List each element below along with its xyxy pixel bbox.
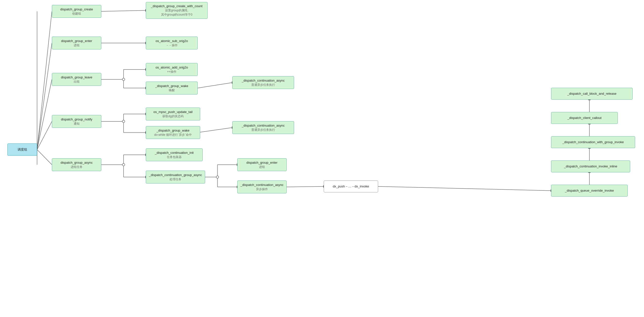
- node-notify: dispatch_group_notify 通知: [52, 115, 101, 128]
- node-root: 调度组: [8, 143, 37, 156]
- node-cont-group-async-title: _dispatch_continuation_group_async: [149, 173, 202, 177]
- node-leave-wake-title: _dispatch_group_wake: [155, 84, 188, 88]
- svg-line-4: [37, 150, 52, 165]
- node-enter-detail-sub: －－操作: [166, 43, 178, 48]
- node-client-callout: _dispatch_client_callout: [551, 112, 618, 124]
- node-leave-wake: _dispatch_group_wake 唤醒: [146, 82, 198, 95]
- node-notify-wake-title: _dispatch_group_wake: [156, 128, 190, 133]
- node-create-sub: 创建组: [72, 12, 81, 16]
- node-cont-async2: _dispatch_continuation_async 普通异步任务执行: [232, 121, 294, 134]
- svg-line-2: [37, 79, 52, 150]
- node-leave-add: os_atomic_add_orig2o ++操作: [146, 63, 198, 76]
- node-dx-push: dx_push－…－dx_invoke: [324, 180, 378, 192]
- node-queue-override: _dispatch_queue_override_invoke: [551, 185, 628, 197]
- node-leave-add-sub: ++操作: [167, 70, 176, 74]
- node-cont-async1: _dispatch_continuation_async 普通异步任务执行: [232, 76, 294, 89]
- node-group-enter2-title: dispatch_group_enter: [246, 160, 278, 165]
- svg-line-46: [287, 186, 324, 187]
- node-leave-add-title: os_atomic_add_orig2o: [156, 65, 188, 70]
- node-create: dispatch_group_create 创建组: [52, 5, 101, 18]
- node-cont-group-invoke: _dispatch_continuation_with_group_invoke: [551, 136, 635, 148]
- node-cont-init-sub: 任务包装器: [167, 155, 182, 159]
- svg-line-28: [198, 128, 232, 133]
- svg-line-3: [37, 121, 52, 150]
- node-group-async-title: dispatch_group_async: [60, 160, 93, 165]
- svg-point-10: [122, 78, 125, 81]
- node-group-enter2: dispatch_group_enter 进组: [237, 158, 287, 171]
- node-call-block-title: _dispatch_call_block_and_release: [568, 92, 616, 96]
- node-create-detail: _dispatch_group_create_with_count 设置grou…: [146, 2, 208, 19]
- node-cont-group-async-sub: 处理任务: [170, 177, 182, 181]
- node-group-enter2-sub: 进组: [259, 165, 265, 169]
- node-leave-wake-sub: 唤醒: [169, 88, 175, 93]
- node-leave: dispatch_group_leave 出组: [52, 73, 101, 86]
- node-root-label: 调度组: [18, 147, 27, 152]
- node-group-async: dispatch_group_async 进组任务: [52, 158, 101, 171]
- svg-line-48: [378, 186, 551, 191]
- svg-line-6: [101, 11, 146, 11]
- node-enter-title: dispatch_group_enter: [61, 39, 92, 43]
- svg-line-0: [37, 11, 52, 150]
- node-group-async-sub: 进组任务: [71, 165, 82, 169]
- node-enter-sub: 进组: [74, 43, 80, 48]
- node-notify-mpsc-sub: 获取dg的状态码: [162, 114, 183, 118]
- node-cont-async2-title: _dispatch_continuation_async: [242, 123, 285, 128]
- node-create-detail-title: _dispatch_group_create_with_count: [151, 4, 203, 9]
- node-notify-wake: _dispatch_group_wake do-while 循环进行`异步`命中: [146, 126, 200, 139]
- node-notify-sub: 通知: [74, 122, 80, 126]
- node-cont-async3: _dispatch_continuation_async 异步操作: [237, 180, 287, 193]
- node-notify-mpsc-title: os_mpsc_push_update_tail: [154, 110, 192, 114]
- node-cont-async1-title: _dispatch_continuation_async: [242, 78, 285, 83]
- node-notify-wake-sub: do-while 循环进行`异步`命中: [154, 133, 192, 137]
- node-notify-title: dispatch_group_notify: [61, 117, 92, 122]
- node-cont-init: _dispatch_continuation_init 任务包装器: [146, 148, 203, 161]
- node-call-block: _dispatch_call_block_and_release: [551, 88, 633, 100]
- node-enter-detail-title: os_atomic_sub_orig2o: [156, 39, 188, 43]
- svg-line-18: [198, 83, 232, 88]
- node-cont-async3-sub: 异步操作: [256, 187, 268, 191]
- svg-point-20: [122, 120, 125, 123]
- node-cont-async2-sub: 普通异步任务执行: [251, 128, 275, 132]
- node-leave-title: dispatch_group_leave: [61, 75, 92, 80]
- svg-line-1: [37, 43, 52, 150]
- node-cont-group-async: _dispatch_continuation_group_async 处理任务: [146, 171, 205, 183]
- svg-point-38: [216, 176, 219, 178]
- node-cont-async3-title: _dispatch_continuation_async: [240, 183, 284, 187]
- node-notify-mpsc: os_mpsc_push_update_tail 获取dg的状态码: [146, 108, 200, 120]
- node-dx-push-title: dx_push－…－dx_invoke: [333, 184, 369, 189]
- svg-point-30: [122, 163, 125, 166]
- diagram: 调度组 dispatch_group_create 创建组 _dispatch_…: [0, 0, 644, 317]
- node-enter-detail: os_atomic_sub_orig2o －－操作: [146, 37, 198, 50]
- node-cont-group-invoke-title: _dispatch_continuation_with_group_invoke: [562, 140, 624, 144]
- node-cont-init-title: _dispatch_continuation_init: [155, 151, 194, 155]
- node-cont-invoke-inline-title: _dispatch_continuation_invoke_inline: [564, 164, 617, 169]
- node-client-callout-title: _dispatch_client_callout: [568, 116, 602, 120]
- node-create-detail-sub: 设置group的属性,其中group的count等于0: [161, 9, 192, 17]
- node-create-title: dispatch_group_create: [60, 7, 93, 12]
- node-queue-override-title: _dispatch_queue_override_invoke: [565, 188, 614, 193]
- node-enter: dispatch_group_enter 进组: [52, 37, 101, 50]
- node-cont-async1-sub: 普通异步任务执行: [251, 83, 275, 87]
- node-cont-invoke-inline: _dispatch_continuation_invoke_inline: [551, 160, 630, 172]
- node-leave-sub: 出组: [74, 80, 80, 84]
